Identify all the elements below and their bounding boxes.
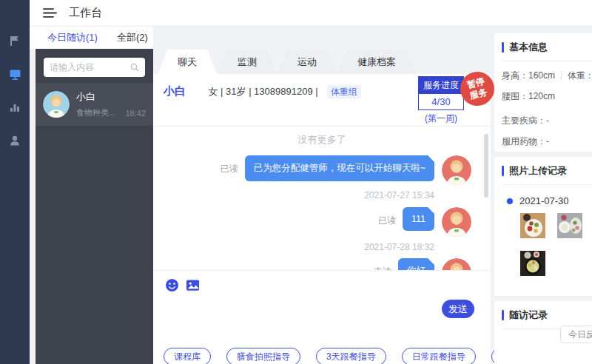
contact-time: 18:42	[125, 109, 146, 118]
info-row: 主要疾病：-	[502, 115, 592, 127]
nav-profile-item[interactable]	[8, 134, 21, 147]
service-week-label: (第一周)	[414, 112, 468, 125]
profile-panel: 基本信息 身高：160cm 体重：8 腰围：120cm 主要疾病：- 服用药物：…	[494, 27, 592, 364]
contact-avatar	[43, 91, 70, 118]
message-timestamp: 2021-07-28 18:32	[153, 242, 491, 252]
search-icon	[130, 63, 139, 72]
composer-toolbar	[165, 278, 491, 292]
food-photo-thumbnail[interactable]	[520, 213, 545, 238]
contact-meta-row: 食物种类... 18:42	[76, 107, 146, 118]
contact-search	[44, 58, 145, 77]
patient-chat-avatar	[442, 258, 471, 270]
title-accent-bar	[502, 310, 504, 320]
bar-chart-icon	[9, 101, 21, 113]
quick-action-daily-meal-guide[interactable]: 日常跟餐指导	[402, 348, 476, 364]
message-bubble: 你好	[398, 258, 434, 270]
tab-monitoring[interactable]: 监测	[218, 50, 277, 74]
chat-card: 小白 女 | 31岁 | 13089891209 | 体重组 服务进度 4/30…	[153, 74, 491, 364]
message-bubble: 111	[403, 207, 434, 231]
nav-statistics-item[interactable]	[8, 101, 21, 114]
quick-action-meal-photo-guide[interactable]: 膳食拍照指导	[226, 348, 300, 364]
patient-group-tag[interactable]: 体重组	[327, 85, 361, 98]
message-bubble: 已为您分配健管师，现在可以开始聊天啦~	[245, 155, 434, 181]
message-composer[interactable]: 发送	[153, 271, 491, 347]
service-progress-box: 服务进度 4/30	[418, 76, 464, 110]
message-row: 未读 你好	[153, 258, 491, 270]
contact-text-block: 小白 食物种类... 18:42	[76, 90, 146, 118]
photo-timeline-head: 2021-07-30	[502, 195, 592, 206]
flag-icon	[9, 35, 21, 47]
patient-header: 小白 女 | 31岁 | 13089891209 | 体重组 服务进度 4/30…	[153, 74, 491, 126]
image-upload-icon[interactable]	[186, 278, 200, 292]
contact-list-item[interactable]: 小白 食物种类... 18:42	[36, 83, 153, 126]
page-title: 工作台	[69, 6, 102, 20]
basic-info-title: 基本信息	[509, 41, 548, 54]
info-row: 身高：160cm 体重：8	[502, 70, 592, 82]
contact-name: 小白	[76, 90, 146, 104]
tab-all-contacts[interactable]: 全部(2)	[117, 28, 148, 47]
patient-chat-avatar	[442, 207, 471, 237]
patient-chat-avatar	[442, 155, 471, 185]
nav-workstation-item[interactable]	[8, 67, 21, 81]
send-button[interactable]: 发送	[442, 300, 474, 318]
patient-meta: 女 | 31岁 | 13089891209 |	[208, 86, 317, 97]
read-status: 已读	[378, 215, 396, 227]
chat-area: 聊天 监测 运动 健康档案 小白 女 | 31岁 | 13089891209 |…	[153, 27, 491, 364]
emoji-icon[interactable]	[165, 278, 179, 292]
photo-grid	[520, 213, 584, 276]
quick-action-course-library[interactable]: 课程库	[164, 348, 211, 364]
quick-action-3day-meal-guide[interactable]: 3天跟餐指导	[316, 348, 386, 364]
contact-list-panel: 小白 食物种类... 18:42	[36, 49, 153, 364]
photo-card-title-row: 照片上传记录	[502, 164, 592, 185]
tab-today-followup[interactable]: 今日随访(1)	[47, 28, 98, 47]
chat-scrollbar-thumb[interactable]	[484, 134, 488, 198]
food-photo-thumbnail[interactable]	[520, 251, 545, 276]
monitor-icon	[9, 68, 21, 81]
food-photo-thumbnail[interactable]	[557, 213, 582, 238]
timeline-dot	[507, 198, 513, 204]
quick-actions-bar: 课程库 膳食拍照指导 3天跟餐指导 日常跟餐指导 方案推送	[153, 348, 491, 364]
message-row: 已读 已为您分配健管师，现在可以开始聊天啦~	[153, 155, 491, 185]
weight-value: 体重：8	[568, 70, 592, 82]
message-scroll-area[interactable]: 没有更多了 已读 已为您分配健管师，现在可以开始聊天啦~ 2021-07-27 …	[153, 127, 491, 270]
message-timestamp: 2021-07-27 15:34	[153, 190, 491, 200]
message-row: 已读 111	[153, 207, 491, 237]
read-status: 已读	[221, 163, 238, 175]
photo-upload-card: 照片上传记录 2021-07-30	[494, 157, 592, 296]
photo-date: 2021-07-30	[519, 195, 569, 206]
tab-chat[interactable]: 聊天	[158, 50, 217, 74]
followup-record-card: 随访记录 今日反	[494, 301, 592, 364]
no-more-indicator: 没有更多了	[153, 127, 491, 146]
basic-info-title-row: 基本信息	[502, 41, 592, 61]
contact-last-message: 食物种类...	[76, 107, 125, 118]
top-bar: 工作台	[30, 0, 592, 27]
read-status: 未读	[374, 266, 391, 270]
collapse-menu-icon[interactable]	[43, 7, 57, 18]
contact-tab-bar: 今日随访(1) 全部(2)	[30, 27, 153, 49]
title-accent-bar	[502, 166, 504, 176]
followup-title: 随访记录	[509, 309, 548, 322]
chat-tab-bar: 聊天 监测 运动 健康档案	[158, 50, 417, 74]
tab-health-record[interactable]: 健康档案	[337, 50, 416, 74]
waist-value: 腰围：120cm	[502, 90, 555, 103]
service-progress-value: 4/30	[419, 94, 463, 109]
user-icon	[9, 135, 21, 146]
height-value: 身高：160cm	[502, 70, 555, 82]
photo-card-title: 照片上传记录	[509, 164, 567, 178]
left-nav-rail	[0, 0, 30, 364]
nav-flag-item[interactable]	[8, 34, 21, 47]
patient-name: 小白	[164, 84, 186, 97]
medication-value: 服用药物：-	[502, 135, 549, 148]
service-progress-label: 服务进度	[419, 77, 463, 94]
tab-exercise[interactable]: 运动	[278, 50, 337, 74]
title-accent-bar	[502, 42, 504, 53]
disease-value: 主要疾病：-	[502, 115, 549, 127]
basic-info-card: 基本信息 身高：160cm 体重：8 腰围：120cm 主要疾病：- 服用药物：…	[494, 33, 592, 152]
search-input[interactable]	[50, 62, 130, 73]
divider	[561, 72, 562, 81]
info-row: 服用药物：-	[502, 135, 592, 148]
today-feedback-button[interactable]: 今日反	[560, 326, 592, 343]
info-row: 腰围：120cm	[502, 90, 592, 103]
